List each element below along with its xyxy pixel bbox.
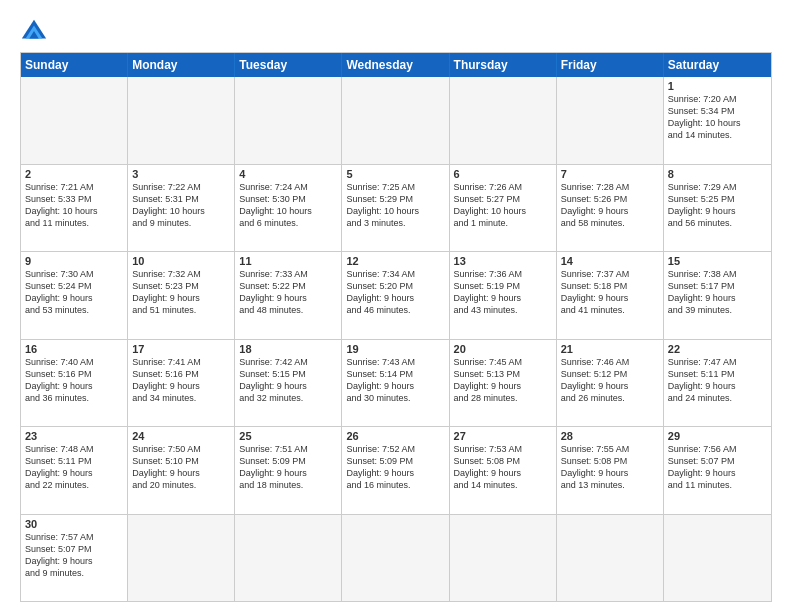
cell-day-number: 5 bbox=[346, 168, 444, 180]
cell-info: Sunrise: 7:48 AM Sunset: 5:11 PM Dayligh… bbox=[25, 443, 123, 492]
cell-info: Sunrise: 7:38 AM Sunset: 5:17 PM Dayligh… bbox=[668, 268, 767, 317]
calendar-cell bbox=[235, 77, 342, 164]
cell-info: Sunrise: 7:29 AM Sunset: 5:25 PM Dayligh… bbox=[668, 181, 767, 230]
calendar-cell bbox=[557, 77, 664, 164]
cell-info: Sunrise: 7:45 AM Sunset: 5:13 PM Dayligh… bbox=[454, 356, 552, 405]
calendar-cell: 24Sunrise: 7:50 AM Sunset: 5:10 PM Dayli… bbox=[128, 427, 235, 514]
calendar-cell: 27Sunrise: 7:53 AM Sunset: 5:08 PM Dayli… bbox=[450, 427, 557, 514]
cell-day-number: 28 bbox=[561, 430, 659, 442]
cell-info: Sunrise: 7:28 AM Sunset: 5:26 PM Dayligh… bbox=[561, 181, 659, 230]
cell-day-number: 18 bbox=[239, 343, 337, 355]
cell-info: Sunrise: 7:22 AM Sunset: 5:31 PM Dayligh… bbox=[132, 181, 230, 230]
cell-day-number: 9 bbox=[25, 255, 123, 267]
cell-info: Sunrise: 7:46 AM Sunset: 5:12 PM Dayligh… bbox=[561, 356, 659, 405]
cell-info: Sunrise: 7:40 AM Sunset: 5:16 PM Dayligh… bbox=[25, 356, 123, 405]
calendar-cell: 1Sunrise: 7:20 AM Sunset: 5:34 PM Daylig… bbox=[664, 77, 771, 164]
calendar-cell bbox=[664, 515, 771, 602]
calendar-row: 30Sunrise: 7:57 AM Sunset: 5:07 PM Dayli… bbox=[21, 515, 771, 602]
cell-day-number: 30 bbox=[25, 518, 123, 530]
cell-day-number: 7 bbox=[561, 168, 659, 180]
day-header: Wednesday bbox=[342, 53, 449, 77]
cell-info: Sunrise: 7:34 AM Sunset: 5:20 PM Dayligh… bbox=[346, 268, 444, 317]
cell-day-number: 1 bbox=[668, 80, 767, 92]
calendar-cell: 22Sunrise: 7:47 AM Sunset: 5:11 PM Dayli… bbox=[664, 340, 771, 427]
header bbox=[20, 18, 772, 46]
cell-info: Sunrise: 7:25 AM Sunset: 5:29 PM Dayligh… bbox=[346, 181, 444, 230]
calendar-cell: 9Sunrise: 7:30 AM Sunset: 5:24 PM Daylig… bbox=[21, 252, 128, 339]
calendar-row: 23Sunrise: 7:48 AM Sunset: 5:11 PM Dayli… bbox=[21, 427, 771, 515]
calendar-cell: 10Sunrise: 7:32 AM Sunset: 5:23 PM Dayli… bbox=[128, 252, 235, 339]
cell-info: Sunrise: 7:32 AM Sunset: 5:23 PM Dayligh… bbox=[132, 268, 230, 317]
cell-info: Sunrise: 7:26 AM Sunset: 5:27 PM Dayligh… bbox=[454, 181, 552, 230]
calendar-cell: 16Sunrise: 7:40 AM Sunset: 5:16 PM Dayli… bbox=[21, 340, 128, 427]
cell-info: Sunrise: 7:42 AM Sunset: 5:15 PM Dayligh… bbox=[239, 356, 337, 405]
calendar-cell bbox=[128, 515, 235, 602]
calendar-cell: 5Sunrise: 7:25 AM Sunset: 5:29 PM Daylig… bbox=[342, 165, 449, 252]
calendar-cell: 28Sunrise: 7:55 AM Sunset: 5:08 PM Dayli… bbox=[557, 427, 664, 514]
day-header: Sunday bbox=[21, 53, 128, 77]
calendar-row: 9Sunrise: 7:30 AM Sunset: 5:24 PM Daylig… bbox=[21, 252, 771, 340]
calendar-cell: 23Sunrise: 7:48 AM Sunset: 5:11 PM Dayli… bbox=[21, 427, 128, 514]
cell-day-number: 15 bbox=[668, 255, 767, 267]
calendar-row: 2Sunrise: 7:21 AM Sunset: 5:33 PM Daylig… bbox=[21, 165, 771, 253]
cell-day-number: 20 bbox=[454, 343, 552, 355]
calendar-cell: 20Sunrise: 7:45 AM Sunset: 5:13 PM Dayli… bbox=[450, 340, 557, 427]
cell-day-number: 27 bbox=[454, 430, 552, 442]
cell-day-number: 3 bbox=[132, 168, 230, 180]
cell-day-number: 25 bbox=[239, 430, 337, 442]
calendar-cell bbox=[21, 77, 128, 164]
cell-day-number: 23 bbox=[25, 430, 123, 442]
calendar-cell: 18Sunrise: 7:42 AM Sunset: 5:15 PM Dayli… bbox=[235, 340, 342, 427]
calendar-cell bbox=[342, 515, 449, 602]
day-header: Tuesday bbox=[235, 53, 342, 77]
calendar-cell bbox=[450, 77, 557, 164]
calendar-cell: 30Sunrise: 7:57 AM Sunset: 5:07 PM Dayli… bbox=[21, 515, 128, 602]
logo bbox=[20, 18, 52, 46]
calendar-cell: 4Sunrise: 7:24 AM Sunset: 5:30 PM Daylig… bbox=[235, 165, 342, 252]
calendar-cell: 21Sunrise: 7:46 AM Sunset: 5:12 PM Dayli… bbox=[557, 340, 664, 427]
day-header: Friday bbox=[557, 53, 664, 77]
calendar-body: 1Sunrise: 7:20 AM Sunset: 5:34 PM Daylig… bbox=[21, 77, 771, 601]
calendar-cell: 19Sunrise: 7:43 AM Sunset: 5:14 PM Dayli… bbox=[342, 340, 449, 427]
calendar-row: 16Sunrise: 7:40 AM Sunset: 5:16 PM Dayli… bbox=[21, 340, 771, 428]
page: SundayMondayTuesdayWednesdayThursdayFrid… bbox=[0, 0, 792, 612]
calendar-cell bbox=[128, 77, 235, 164]
cell-day-number: 6 bbox=[454, 168, 552, 180]
calendar-cell: 13Sunrise: 7:36 AM Sunset: 5:19 PM Dayli… bbox=[450, 252, 557, 339]
calendar-cell: 3Sunrise: 7:22 AM Sunset: 5:31 PM Daylig… bbox=[128, 165, 235, 252]
cell-info: Sunrise: 7:56 AM Sunset: 5:07 PM Dayligh… bbox=[668, 443, 767, 492]
calendar-cell bbox=[235, 515, 342, 602]
day-header: Thursday bbox=[450, 53, 557, 77]
calendar-cell bbox=[342, 77, 449, 164]
calendar-cell: 15Sunrise: 7:38 AM Sunset: 5:17 PM Dayli… bbox=[664, 252, 771, 339]
calendar-cell: 8Sunrise: 7:29 AM Sunset: 5:25 PM Daylig… bbox=[664, 165, 771, 252]
cell-day-number: 22 bbox=[668, 343, 767, 355]
cell-day-number: 26 bbox=[346, 430, 444, 442]
calendar: SundayMondayTuesdayWednesdayThursdayFrid… bbox=[20, 52, 772, 602]
day-header: Saturday bbox=[664, 53, 771, 77]
cell-day-number: 13 bbox=[454, 255, 552, 267]
cell-day-number: 4 bbox=[239, 168, 337, 180]
cell-info: Sunrise: 7:41 AM Sunset: 5:16 PM Dayligh… bbox=[132, 356, 230, 405]
calendar-cell: 14Sunrise: 7:37 AM Sunset: 5:18 PM Dayli… bbox=[557, 252, 664, 339]
cell-day-number: 10 bbox=[132, 255, 230, 267]
cell-day-number: 2 bbox=[25, 168, 123, 180]
calendar-cell: 7Sunrise: 7:28 AM Sunset: 5:26 PM Daylig… bbox=[557, 165, 664, 252]
cell-info: Sunrise: 7:21 AM Sunset: 5:33 PM Dayligh… bbox=[25, 181, 123, 230]
day-headers: SundayMondayTuesdayWednesdayThursdayFrid… bbox=[21, 53, 771, 77]
cell-day-number: 16 bbox=[25, 343, 123, 355]
calendar-cell bbox=[450, 515, 557, 602]
cell-info: Sunrise: 7:50 AM Sunset: 5:10 PM Dayligh… bbox=[132, 443, 230, 492]
logo-icon bbox=[20, 18, 48, 46]
cell-info: Sunrise: 7:52 AM Sunset: 5:09 PM Dayligh… bbox=[346, 443, 444, 492]
calendar-cell: 17Sunrise: 7:41 AM Sunset: 5:16 PM Dayli… bbox=[128, 340, 235, 427]
cell-day-number: 8 bbox=[668, 168, 767, 180]
cell-info: Sunrise: 7:57 AM Sunset: 5:07 PM Dayligh… bbox=[25, 531, 123, 580]
calendar-cell: 11Sunrise: 7:33 AM Sunset: 5:22 PM Dayli… bbox=[235, 252, 342, 339]
calendar-cell: 25Sunrise: 7:51 AM Sunset: 5:09 PM Dayli… bbox=[235, 427, 342, 514]
cell-info: Sunrise: 7:47 AM Sunset: 5:11 PM Dayligh… bbox=[668, 356, 767, 405]
calendar-cell: 2Sunrise: 7:21 AM Sunset: 5:33 PM Daylig… bbox=[21, 165, 128, 252]
cell-day-number: 11 bbox=[239, 255, 337, 267]
cell-day-number: 17 bbox=[132, 343, 230, 355]
cell-info: Sunrise: 7:24 AM Sunset: 5:30 PM Dayligh… bbox=[239, 181, 337, 230]
